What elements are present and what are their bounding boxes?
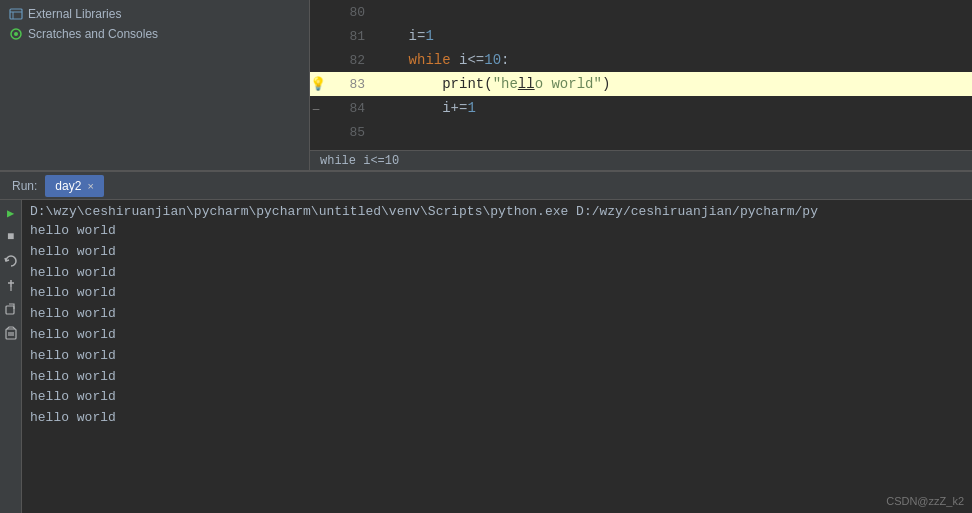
run-tab-label: day2: [55, 179, 81, 193]
rerun-button[interactable]: [2, 252, 20, 270]
sidebar-item-external-libraries[interactable]: External Libraries: [0, 4, 309, 24]
pin-button[interactable]: [2, 276, 20, 294]
output-line: hello world: [30, 263, 964, 284]
line-content-81: i=1: [375, 28, 972, 44]
line-number-84: 84: [330, 101, 375, 116]
svg-rect-0: [10, 9, 22, 19]
line-number-83: 83: [330, 77, 375, 92]
scratches-icon: [8, 26, 24, 42]
line-number-82: 82: [330, 53, 375, 68]
code-editor: 80 81 i=1 82 while i<=10:: [310, 0, 972, 170]
minus-icon: —: [310, 103, 322, 115]
output-line: hello world: [30, 221, 964, 242]
code-line-83: 💡 83 print("hello world"): [310, 72, 972, 96]
output-line: hello world: [30, 408, 964, 429]
svg-point-4: [14, 32, 18, 36]
sidebar-item-scratches[interactable]: Scratches and Consoles: [0, 24, 309, 44]
run-button[interactable]: ▶: [2, 204, 20, 222]
sidebar-label-scratches: Scratches and Consoles: [28, 27, 158, 41]
sidebar-label-external: External Libraries: [28, 7, 121, 21]
run-toolbar: ▶ ■: [0, 200, 22, 513]
output-line: hello world: [30, 346, 964, 367]
run-tab-day2[interactable]: day2 ×: [45, 175, 103, 197]
run-body: ▶ ■ D:\wzy\ceshiruanjian\pycharm\pycharm…: [0, 200, 972, 513]
stop-button[interactable]: ■: [2, 228, 20, 246]
code-line-81: 81 i=1: [310, 24, 972, 48]
breakpoint-83: 💡: [310, 75, 330, 93]
output-line: hello world: [30, 325, 964, 346]
line-content-83: print("hello world"): [375, 76, 972, 92]
output-line: hello world: [30, 367, 964, 388]
code-line-84: — 84 i+=1: [310, 96, 972, 120]
output-line: hello world: [30, 242, 964, 263]
run-tab-close[interactable]: ×: [87, 180, 93, 192]
output-lines: hello worldhello worldhello worldhello w…: [30, 221, 964, 429]
line-number-85: 85: [330, 125, 375, 140]
line-content-82: while i<=10:: [375, 52, 972, 68]
output-line: hello world: [30, 387, 964, 408]
library-icon: [8, 6, 24, 22]
bulb-icon: 💡: [310, 76, 326, 92]
run-output: D:\wzy\ceshiruanjian\pycharm\pycharm\unt…: [22, 200, 972, 513]
output-line: hello world: [30, 304, 964, 325]
editor-status: while i<=10: [310, 150, 972, 170]
line-content-84: i+=1: [375, 100, 972, 116]
run-panel: Run: day2 × ▶ ■ D:\wzy\ceshiruanjian\: [0, 170, 972, 513]
clear-button[interactable]: [2, 324, 20, 342]
line-number-80: 80: [330, 5, 375, 20]
watermark: CSDN@zzZ_k2: [886, 495, 964, 507]
run-label: Run:: [4, 179, 45, 193]
output-line: hello world: [30, 283, 964, 304]
code-lines: 80 81 i=1 82 while i<=10:: [310, 0, 972, 150]
code-line-85: 85: [310, 120, 972, 144]
code-line-80: 80: [310, 0, 972, 24]
line-number-81: 81: [330, 29, 375, 44]
editor-status-text: while i<=10: [320, 154, 399, 168]
sidebar: External Libraries Scratches and Console…: [0, 0, 310, 170]
code-line-82: 82 while i<=10:: [310, 48, 972, 72]
output-command: D:\wzy\ceshiruanjian\pycharm\pycharm\unt…: [30, 204, 964, 219]
breakpoint-84: —: [310, 99, 330, 117]
run-header: Run: day2 ×: [0, 172, 972, 200]
restore-button[interactable]: [2, 300, 20, 318]
svg-rect-8: [6, 306, 14, 314]
